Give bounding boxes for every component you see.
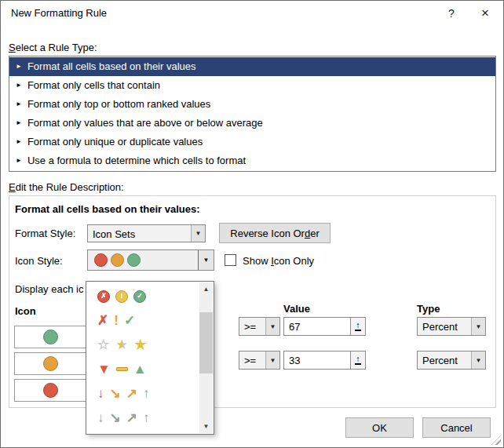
icon-style-select[interactable]: ▼ [87, 249, 214, 271]
arrow-bullet-icon: ► [16, 119, 22, 126]
green-check-circle-icon: ✓ [133, 290, 146, 303]
close-icon[interactable]: × [468, 2, 502, 24]
scroll-thumb[interactable] [199, 312, 213, 373]
green-circle-icon [127, 253, 141, 267]
half-star-icon: ★★ [115, 338, 129, 352]
green-circle-icon [43, 330, 58, 344]
icon-set-option-symbols[interactable]: ✗!✓ [88, 308, 199, 333]
icon-style-dropdown-button[interactable]: ▼ [198, 250, 214, 270]
scroll-down-button[interactable]: ▼ [199, 420, 213, 433]
empty-star-icon: ☆ [97, 338, 109, 351]
rule-type-option-label: Format only values that are above or bel… [27, 117, 263, 129]
yellow-down-right-arrow-icon: ↘ [110, 387, 121, 400]
cancel-button[interactable]: Cancel [422, 417, 491, 438]
icon-set-options: ✗!✓ ✗!✓ ☆★★★ ▼▲ ↓↘↗↑ ↓↘↗↑ [88, 284, 199, 432]
show-icon-only-checkbox[interactable] [225, 254, 236, 266]
yellow-exclamation-circle-icon: ! [115, 290, 128, 303]
value-field-row-1: ↑ [283, 317, 366, 336]
rule-type-listbox: ►Format all cells based on their values … [9, 56, 496, 172]
rule-type-option[interactable]: ►Format only cells that contain [9, 76, 495, 95]
red-down-triangle-icon: ▼ [97, 362, 111, 376]
collapse-bar-icon [355, 363, 361, 365]
reverse-icon-order-button[interactable]: Reverse Icon Order [219, 223, 331, 243]
scrollbar[interactable]: ▲ ▼ [199, 282, 213, 433]
icon-column-header: Icon [15, 305, 36, 317]
rule-type-option[interactable]: ►Format only unique or duplicate values [9, 133, 495, 151]
green-check-icon: ✓ [124, 314, 135, 327]
yellow-circle-icon [111, 253, 124, 267]
rule-type-option-label: Format all cells based on their values [27, 60, 196, 72]
rule-description-heading: Format all cells based on their values: [15, 203, 200, 215]
rule-type-option-label: Use a formula to determine which cells t… [27, 155, 246, 166]
red-cross-icon: ✗ [97, 314, 108, 327]
chevron-down-icon: ▼ [471, 318, 485, 335]
icon-style-dropdown-panel: ✗!✓ ✗!✓ ☆★★★ ▼▲ ↓↘↗↑ ↓↘↗↑ ▲ ▼ [86, 281, 214, 435]
collapse-arrow-icon: ↑ [356, 355, 360, 362]
chevron-down-icon: ▼ [191, 225, 205, 242]
value-column-header: Value [283, 303, 310, 315]
value-field-row-2: ↑ [283, 351, 366, 370]
yellow-dash-icon [116, 367, 128, 371]
format-style-label: Format Style: [15, 228, 75, 239]
icon-set-option-arrows-colored[interactable]: ↓↘↗↑ [88, 381, 199, 406]
rule-type-option[interactable]: ►Format only top or bottom ranked values [9, 95, 495, 114]
rule-type-option-label: Format only unique or duplicate values [27, 136, 203, 148]
format-style-select[interactable]: Icon Sets ▼ [87, 224, 206, 242]
rule-type-option-selected[interactable]: ►Format all cells based on their values [9, 57, 495, 76]
scroll-up-button[interactable]: ▲ [199, 282, 213, 296]
arrow-bullet-icon: ► [16, 63, 22, 70]
green-up-triangle-icon: ▲ [133, 362, 147, 376]
rule-type-option[interactable]: ►Use a formula to determine which cells … [9, 151, 495, 170]
icon-select-value [43, 326, 58, 348]
arrow-bullet-icon: ► [16, 157, 22, 164]
edit-rule-description-label: Edit the Rule Description: [9, 181, 124, 193]
gray-up-arrow-icon: ↑ [143, 411, 150, 424]
select-rule-type-label: Select a Rule Type: [9, 42, 97, 53]
chevron-down-icon: ▼ [265, 318, 279, 335]
arrow-bullet-icon: ► [16, 82, 22, 89]
operator-select-row-2[interactable]: >= ▼ [239, 351, 280, 370]
show-icon-only-label: Show Icon Only [243, 255, 314, 267]
collapse-dialog-button[interactable]: ↑ [350, 318, 365, 335]
rule-type-option-label: Format only top or bottom ranked values [27, 98, 210, 110]
icon-select-value [43, 353, 58, 374]
rule-description-panel: Format all cells based on their values: … [9, 195, 496, 408]
chevron-down-icon: ▼ [471, 351, 485, 369]
type-select-row-2[interactable]: Percent ▼ [417, 351, 486, 370]
red-circle-icon [43, 383, 58, 398]
rule-type-option[interactable]: ►Format only values that are above or be… [9, 114, 495, 133]
icon-set-option-symbols-circled[interactable]: ✗!✓ [88, 284, 199, 308]
collapse-bar-icon [355, 330, 361, 331]
gray-down-right-arrow-icon: ↘ [110, 411, 121, 424]
value-input-row-2[interactable] [284, 351, 349, 369]
yellow-circle-icon [43, 356, 58, 371]
type-column-header: Type [417, 303, 440, 315]
gray-up-right-arrow-icon: ↗ [126, 411, 137, 424]
icon-set-option-stars[interactable]: ☆★★★ [88, 333, 199, 357]
arrow-bullet-icon: ► [16, 100, 22, 107]
gray-down-arrow-icon: ↓ [97, 411, 104, 424]
ok-button[interactable]: OK [345, 417, 414, 438]
format-style-value: Icon Sets [93, 228, 135, 239]
resize-grip[interactable] [491, 435, 501, 445]
icon-set-option-triangles[interactable]: ▼▲ [88, 357, 199, 381]
collapse-dialog-button[interactable]: ↑ [350, 351, 365, 369]
gold-star-icon: ★ [134, 338, 146, 351]
operator-select-row-1[interactable]: >= ▼ [239, 317, 280, 336]
chevron-down-icon: ▼ [265, 351, 279, 369]
help-button[interactable]: ? [435, 2, 468, 24]
icon-set-option-arrows-gray[interactable]: ↓↘↗↑ [88, 406, 199, 430]
dialog-title: New Formatting Rule [11, 7, 107, 19]
arrow-bullet-icon: ► [16, 138, 22, 145]
red-cross-circle-icon: ✗ [97, 290, 110, 303]
value-input-row-1[interactable] [284, 318, 349, 335]
yellow-exclamation-icon: ! [114, 314, 119, 327]
red-circle-icon [94, 253, 108, 267]
green-up-arrow-icon: ↑ [143, 387, 150, 400]
collapse-arrow-icon: ↑ [356, 322, 360, 329]
type-select-row-1[interactable]: Percent ▼ [417, 317, 486, 336]
new-formatting-rule-dialog: New Formatting Rule ? × Select a Rule Ty… [0, 0, 504, 448]
icon-style-label: Icon Style: [15, 255, 63, 267]
rule-type-option-label: Format only cells that contain [27, 79, 160, 91]
red-down-arrow-icon: ↓ [97, 387, 104, 400]
